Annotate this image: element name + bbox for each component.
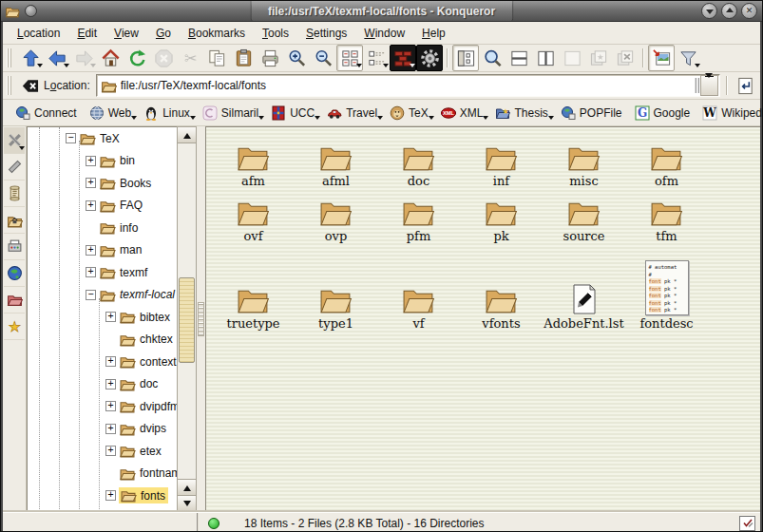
menu-location[interactable]: Location [9, 24, 68, 43]
sticky-button[interactable] [25, 5, 37, 17]
location-dropdown-button[interactable] [700, 75, 718, 96]
expand-expander-icon[interactable]: + [86, 200, 96, 211]
file-folder-tfm[interactable]: tfm [625, 188, 708, 243]
tree-item-TeX[interactable]: −TeX [28, 127, 177, 150]
sidebar-configure-button[interactable] [4, 127, 25, 154]
sidebar-services-tab[interactable] [4, 234, 25, 260]
bookmark-linux[interactable]: Linux [139, 104, 195, 123]
menu-go[interactable]: Go [147, 24, 180, 43]
minimize-button[interactable] [701, 3, 717, 19]
location-combobox[interactable] [96, 74, 720, 97]
paste-button[interactable] [230, 45, 257, 71]
bookmark-silmaril[interactable]: Silmaril [198, 104, 263, 123]
file-folder-ovf[interactable]: ovf [212, 188, 295, 243]
print-button[interactable] [257, 45, 283, 71]
titlebar[interactable]: file:/usr/TeX/texmf-local/fonts - Konque… [1, 1, 762, 22]
clear-location-button[interactable] [17, 72, 42, 99]
cut-button[interactable]: ✂ [177, 45, 203, 71]
up-button[interactable] [17, 45, 44, 71]
expand-expander-icon[interactable]: + [105, 446, 116, 456]
tree-item-man[interactable]: +man [28, 239, 177, 262]
bookmark-google[interactable]: G Google [630, 104, 696, 123]
file-folder-misc[interactable]: misc [543, 133, 625, 188]
file-folder-ofm[interactable]: ofm [625, 133, 708, 188]
sidebar-home-tab[interactable] [4, 207, 25, 234]
location-input[interactable] [121, 79, 695, 92]
tree-item-info[interactable]: info [28, 217, 177, 239]
bookmark-thesis[interactable]: ★ Thesis [490, 104, 552, 123]
bookmark-ucc[interactable]: UCC [266, 104, 319, 123]
bookmark-travel[interactable]: Travel [322, 104, 382, 123]
scrollbar-thumb[interactable] [179, 277, 195, 363]
menu-bookmarks[interactable]: Bookmarks [180, 24, 254, 43]
expand-expander-icon[interactable]: + [86, 245, 96, 256]
back-button[interactable] [44, 45, 70, 71]
tree-item-bin[interactable]: +bin [28, 150, 177, 173]
stop-button[interactable] [150, 45, 177, 71]
zoom-out-button[interactable] [310, 45, 336, 71]
forward-button[interactable] [70, 45, 97, 71]
bookmark-web[interactable]: Web [85, 104, 136, 123]
menu-settings[interactable]: Settings [297, 24, 355, 43]
sidebar-star-tab[interactable]: ★ [4, 314, 25, 340]
close-button[interactable]: ✕ [741, 3, 757, 19]
expand-expander-icon[interactable]: + [105, 424, 116, 434]
scroll-up-button[interactable] [178, 127, 196, 143]
home-button[interactable] [97, 45, 124, 71]
tree-item-texmf-local[interactable]: −texmf-local [28, 284, 177, 307]
tree-item-fonts[interactable]: +fonts [28, 484, 177, 507]
file-folder-pk[interactable]: pk [460, 188, 543, 243]
menu-edit[interactable]: Edit [68, 24, 105, 43]
file-fontdesc[interactable]: # automat # font pk * font pk * font pk … [625, 243, 708, 331]
copy-button[interactable] [203, 45, 230, 71]
menu-view[interactable]: View [105, 24, 147, 43]
bookmark-wikipedia[interactable]: W Wikipedia [697, 104, 763, 123]
toolbar-grip[interactable] [7, 48, 13, 67]
expand-expander-icon[interactable]: + [105, 356, 116, 367]
collapse-expander-icon[interactable]: − [66, 133, 76, 143]
toolbar-grip[interactable] [7, 76, 13, 95]
new-tab-button[interactable]: ★ [585, 45, 612, 71]
tree-item-fontname[interactable]: fontname [28, 463, 177, 485]
tree-item-dvipdfm[interactable]: +dvipdfm [28, 395, 177, 418]
split-left-right-button[interactable] [532, 45, 559, 71]
expand-expander-icon[interactable]: + [86, 178, 96, 188]
tree-item-bibtex[interactable]: +bibtex [28, 306, 177, 329]
collapse-expander-icon[interactable]: − [86, 290, 96, 300]
file-folder-vf[interactable]: vf [377, 243, 460, 331]
file-folder-type1[interactable]: type1 [295, 243, 377, 331]
close-tab-button[interactable] [612, 45, 639, 71]
file-folder-afm[interactable]: afm [212, 133, 295, 188]
menu-window[interactable]: Window [355, 24, 413, 43]
detail-view-button[interactable] [363, 45, 390, 71]
tree-item-Books[interactable]: +Books [28, 172, 177, 195]
splitter-grip[interactable] [198, 302, 204, 336]
expand-expander-icon[interactable]: + [105, 490, 116, 501]
settings-gear-button[interactable] [416, 45, 443, 71]
image-preview-button[interactable] [648, 45, 675, 71]
icon-view-button[interactable] [336, 45, 363, 71]
find-button[interactable] [479, 45, 505, 71]
window-menu-icon[interactable] [5, 5, 20, 18]
menu-tools[interactable]: Tools [254, 24, 297, 43]
go-button[interactable] [732, 72, 758, 99]
file-adobefnt-lst[interactable]: AdobeFnt.lst [543, 243, 625, 331]
tree-scrollbar[interactable] [177, 126, 197, 512]
expand-expander-icon[interactable]: + [105, 379, 116, 390]
split-top-bottom-button[interactable] [505, 45, 532, 71]
show-sidebar-button[interactable] [452, 45, 479, 71]
expand-expander-icon[interactable]: + [105, 401, 116, 411]
file-folder-ovp[interactable]: ovp [295, 188, 377, 243]
tree-item-texmf[interactable]: +texmf [28, 261, 177, 284]
tree-item-etex[interactable]: +etex [28, 440, 177, 463]
file-folder-pfm[interactable]: pfm [377, 188, 460, 243]
tree-item-chktex[interactable]: chktex [28, 329, 177, 352]
expand-expander-icon[interactable]: + [86, 267, 96, 277]
file-folder-source[interactable]: source [543, 188, 625, 243]
expand-expander-icon[interactable]: + [105, 312, 116, 322]
file-folder-truetype[interactable]: truetype [212, 243, 295, 331]
reload-button[interactable] [124, 45, 150, 71]
bookmark-popfile[interactable]: POPFile [556, 104, 627, 123]
view-marker-checkbox[interactable] [739, 516, 755, 531]
filter-button[interactable] [675, 45, 701, 71]
